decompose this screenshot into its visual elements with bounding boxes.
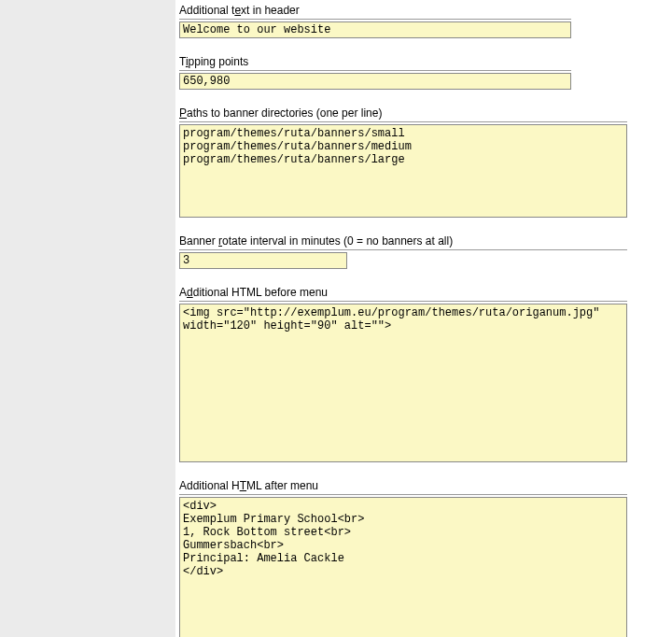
label-rotate-interval: Banner rotate interval in minutes (0 = n…	[179, 234, 627, 250]
label-part: T	[179, 55, 186, 68]
label-part: xt in header	[241, 4, 300, 17]
label-part: A	[179, 286, 187, 299]
label-part: otate interval in minutes (0 = no banner…	[222, 234, 453, 248]
banner-paths-textarea[interactable]	[179, 124, 627, 218]
accesskey: T	[240, 479, 246, 492]
label-part: Additional H	[179, 479, 240, 492]
left-gutter	[0, 0, 175, 637]
tipping-points-input[interactable]	[179, 73, 571, 90]
form-scroll-area[interactable]: Additional text in header Tipping points…	[175, 0, 672, 637]
html-before-menu-textarea[interactable]	[179, 304, 627, 462]
rotate-interval-input[interactable]	[179, 252, 347, 269]
field-html-after-menu: Additional HTML after menu	[179, 479, 655, 637]
label-tipping-points: Tipping points	[179, 55, 571, 71]
label-part: Banner	[179, 234, 218, 248]
label-part: ditional HTML before menu	[193, 286, 328, 299]
html-after-menu-textarea[interactable]	[179, 497, 627, 637]
label-html-before-menu: Additional HTML before menu	[179, 286, 627, 302]
label-part: Additional t	[179, 4, 234, 17]
field-header-text: Additional text in header	[179, 4, 655, 38]
label-html-after-menu: Additional HTML after menu	[179, 479, 627, 495]
label-header-text: Additional text in header	[179, 4, 571, 20]
accesskey: P	[179, 106, 187, 120]
viewport: Additional text in header Tipping points…	[0, 0, 672, 637]
label-part: aths to banner directories (one per line…	[187, 106, 382, 120]
label-part: ML after menu	[246, 479, 318, 492]
field-html-before-menu: Additional HTML before menu	[179, 286, 655, 462]
field-rotate-interval: Banner rotate interval in minutes (0 = n…	[179, 234, 655, 269]
field-tipping-points: Tipping points	[179, 55, 655, 90]
field-banner-paths: Paths to banner directories (one per lin…	[179, 106, 655, 218]
accesskey: d	[187, 286, 193, 299]
header-text-input[interactable]	[179, 21, 571, 38]
label-part: pping points	[189, 55, 249, 68]
label-banner-paths: Paths to banner directories (one per lin…	[179, 106, 627, 122]
